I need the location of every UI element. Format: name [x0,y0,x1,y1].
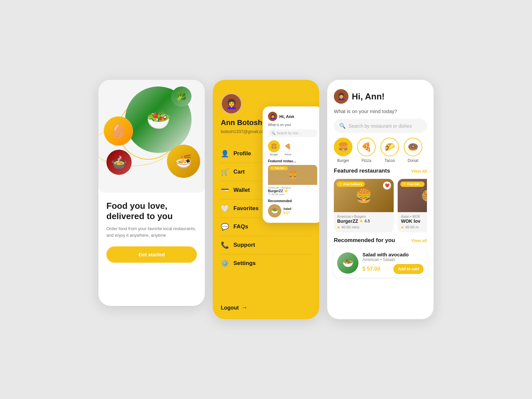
onboarding-text: Food you love, delivered to you Order fo… [98,193,205,306]
overlay-pizza-icon: 🍕 [282,140,294,152]
favorites-icon: 🤍 [221,204,229,212]
overlay-categories: 🍔 Burger 🍕 Pizza [268,140,317,156]
wallet-icon: 💳 [221,186,229,194]
restaurant-type-2: Asian • WOK [401,215,427,218]
onboarding-content: 🥗 🥚 🍲 🍜 🥦 Food [98,80,205,306]
overlay-rec-info: Salad $ 57 [283,207,291,215]
overlay-home-card: 👩‍🦱 Hi, Ann What is on your 🔍 Search by … [263,106,319,223]
rec-item-image-1: 🥗 [337,252,358,274]
time-dot-2: ● [401,224,404,230]
overlay-greeting: 👩‍🦱 Hi, Ann [268,112,317,121]
home-question: What is on your mind today? [334,108,427,114]
menu-label-wallet: Wallet [233,187,250,194]
restaurant-name-2: WOK lov [401,218,427,224]
search-placeholder-text: Search by restaurant or dishes [348,123,412,129]
cart-icon: 🛒 [221,168,229,176]
restaurant-name-1: BurgerZZ ★ 4.5 [337,218,390,224]
recommended-title: Recommended for you [334,237,395,244]
donat-label: Donat [408,158,418,163]
rec-item-type-1: American • Salads [362,257,424,262]
recommended-view-all[interactable]: View all [411,238,427,243]
overlay-search-icon: 🔍 [271,131,275,135]
overlay-rec-title: Recommended [268,199,317,203]
user-avatar: 👩‍🦱 [221,93,242,114]
category-burger[interactable]: 🍔 Burger [334,138,352,163]
overlay-rest-card: 🍔 🟡 Free Del… American • Burgers BurgerZ… [268,165,317,197]
tacos-category-icon: 🌮 [380,138,399,156]
food-circle-sm4: 🥦 [172,86,192,106]
menu-item-support[interactable]: 📞 Support [221,236,311,254]
overlay-burger-icon: 🍔 [268,140,280,152]
category-tacos[interactable]: 🌮 Tacos [380,138,399,163]
onboarding-title: Food you love, delivered to you [106,201,197,221]
restaurant-info-2: Asian • WOK WOK lov ● 40-50 m [398,212,427,232]
search-icon: 🔍 [339,123,346,129]
favorite-icon-1[interactable]: ❤️ [383,182,391,190]
overlay-featured-title: Featured restau… [268,159,317,163]
featured-section-header: Featured restaurants View all [334,168,427,174]
faqs-icon: 💬 [221,223,229,231]
restaurant-time-1: ● 40-50 mins [337,224,390,230]
logout-area[interactable]: Logout → [221,304,311,311]
pizza-category-icon: 🍕 [357,138,376,156]
restaurant-card-1[interactable]: 🍔 🟡 Free Delivery ❤️ American • Burgers … [334,179,394,232]
food-hero: 🥗 🥚 🍲 🍜 🥦 [98,80,205,193]
profile-icon: 👤 [221,150,229,158]
restaurants-list: 🍔 🟡 Free Delivery ❤️ American • Burgers … [334,179,427,232]
onboarding-subtitle: Order food from your favorite local rest… [106,225,197,238]
settings-icon: ⚙️ [221,259,229,267]
restaurant-card-2[interactable]: 🥘 🟡 Free Del… Asian • WOK WOK lov ● 40-5… [398,179,427,232]
rec-item-price-1: $ 57.00 [362,266,380,272]
overlay-cat-pizza[interactable]: 🍕 Pizza [282,140,294,156]
category-donat[interactable]: 🍩 Donat [404,138,422,163]
food-circle-sm2: 🍲 [106,150,132,175]
food-circle-sm1: 🥚 [104,116,133,146]
phone-home: 👩‍🦱 Hi, Ann! What is on your mind today?… [327,80,434,319]
restaurant-time-2: ● 40-50 m [401,224,427,230]
rec-item-name-1: Salad with avocado [362,252,424,257]
featured-title: Featured restaurants [334,168,390,174]
category-pizza[interactable]: 🍕 Pizza [357,138,376,163]
burger-category-icon: 🍔 [334,138,352,156]
get-started-button[interactable]: Get started [106,246,197,263]
restaurant-rating-1: 4.5 [364,219,370,223]
home-content: 👩‍🦱 Hi, Ann! What is on your mind today?… [327,80,434,319]
recommended-section-header: Recommended for you View all [334,237,427,244]
logout-text: Logout [221,305,239,311]
logout-arrow-icon: → [241,304,247,311]
overlay-question: What is on your [268,123,317,127]
menu-label-faqs: FAQs [233,223,248,230]
overlay-cat-burger[interactable]: 🍔 Burger [268,140,280,156]
home-categories: 🍔 Burger 🍕 Pizza 🌮 Tacos 🍩 Donat [334,138,427,163]
overlay-free-delivery-badge: 🟡 Free Del… [269,166,288,170]
menu-label-support: Support [233,242,255,248]
restaurant-type-1: American • Burgers [337,215,390,218]
phone-onboarding: 🥗 🥚 🍲 🍜 🥦 Food [98,80,205,306]
home-avatar: 👩‍🦱 [334,89,348,104]
overlay-search[interactable]: 🔍 Search by rest… [268,129,317,137]
menu-item-settings[interactable]: ⚙️ Settings [221,254,311,272]
tacos-label: Tacos [384,158,395,163]
menu-label-profile: Profile [233,150,251,157]
support-icon: 📞 [221,241,229,249]
star-icon-1: ★ [359,219,363,223]
home-search[interactable]: 🔍 Search by restaurant or dishes [334,119,427,133]
screens-container: 🥗 🥚 🍲 🍜 🥦 Food [98,80,434,319]
restaurant-info-1: American • Burgers BurgerZZ ★ 4.5 ● 40-5… [334,212,394,232]
add-to-cart-button-1[interactable]: Add to cart [393,264,424,274]
overlay-avatar: 👩‍🦱 [268,112,277,121]
menu-label-favorites: Favorites [233,205,259,212]
time-dot-1: ● [337,224,340,230]
menu-content: 👩‍🦱 Ann Botosh botosh1337@gmail.com 👤 Pr… [213,80,319,319]
home-greeting: Hi, Ann! [352,91,385,102]
rec-item-info-1: Salad with avocado American • Salads $ 5… [362,252,424,274]
burger-label: Burger [337,158,349,163]
menu-label-cart: Cart [233,169,245,175]
food-circle-sm3: 🍜 [167,145,200,178]
menu-label-settings: Settings [233,260,256,267]
featured-view-all[interactable]: View all [411,169,427,174]
free-delivery-badge-1: 🟡 Free Delivery [336,182,365,187]
donat-category-icon: 🍩 [404,138,422,156]
recommended-item-1: 🥗 Salad with avocado American • Salads $… [334,248,427,277]
free-delivery-badge-2: 🟡 Free Del… [400,182,425,187]
